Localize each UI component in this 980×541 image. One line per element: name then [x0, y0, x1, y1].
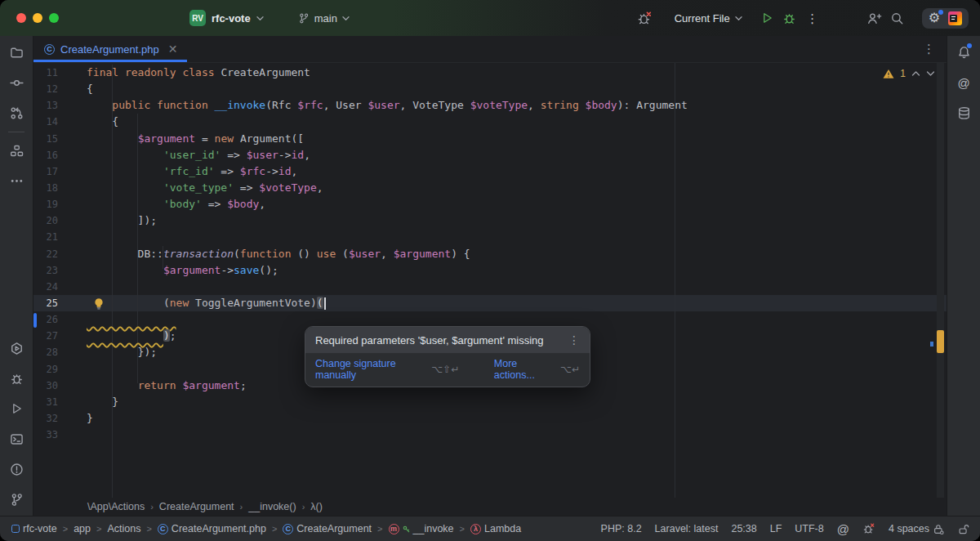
- code-line[interactable]: 32}: [33, 410, 947, 427]
- previous-problem-icon[interactable]: [911, 70, 920, 77]
- line-number[interactable]: 30: [33, 378, 87, 394]
- search-everywhere-icon[interactable]: [886, 7, 909, 29]
- line-number[interactable]: 26: [33, 311, 87, 328]
- breadcrumb-item[interactable]: \App\Actions: [87, 501, 145, 512]
- status-path-item[interactable]: m__invoke: [389, 523, 454, 534]
- line-number[interactable]: 16: [33, 147, 87, 163]
- line-number[interactable]: 18: [33, 180, 87, 196]
- run-configuration-selector[interactable]: Current File: [675, 12, 742, 25]
- branch-widget[interactable]: main: [298, 12, 350, 25]
- code-line[interactable]: 33: [33, 427, 947, 443]
- line-number[interactable]: 24: [33, 279, 87, 295]
- annotations-icon[interactable]: @: [837, 522, 849, 536]
- code-line[interactable]: 20 ]);: [33, 212, 947, 229]
- next-problem-icon[interactable]: [926, 70, 935, 77]
- debug-button[interactable]: [778, 7, 801, 29]
- line-number[interactable]: 27: [33, 328, 87, 344]
- code-line[interactable]: 22 DB::transaction(function () use ($use…: [33, 246, 947, 262]
- file-unlocked-icon[interactable]: [958, 523, 970, 535]
- line-number[interactable]: 32: [33, 410, 87, 427]
- tooltip-options-kebab[interactable]: ⋮: [562, 333, 580, 347]
- run-tool-icon[interactable]: [5, 397, 28, 420]
- line-number[interactable]: 21: [33, 229, 87, 245]
- line-number[interactable]: 22: [33, 246, 87, 262]
- caret-position-widget[interactable]: 25:38: [731, 523, 756, 534]
- line-number[interactable]: 19: [33, 196, 87, 212]
- line-number[interactable]: 25: [33, 295, 87, 311]
- status-path-item[interactable]: rfc-vote: [11, 523, 57, 534]
- php-version-widget[interactable]: PHP: 8.2: [601, 523, 642, 534]
- line-number[interactable]: 33: [33, 427, 87, 443]
- zoom-window-button[interactable]: [49, 13, 59, 23]
- code-line[interactable]: 25 (new ToggleArgumentVote)(: [33, 295, 947, 311]
- change-signature-action[interactable]: Change signature manually: [315, 358, 423, 381]
- pull-requests-tool-icon[interactable]: [5, 101, 28, 124]
- tab-createargument-php[interactable]: C CreateArgument.php ✕: [33, 36, 187, 62]
- ai-assistant-icon[interactable]: @: [952, 71, 975, 94]
- code-line[interactable]: 23 $argument->save();: [33, 262, 947, 279]
- intention-bulb-icon[interactable]: [93, 297, 105, 313]
- services-tool-icon[interactable]: [5, 337, 28, 360]
- code-line[interactable]: 24: [33, 279, 947, 295]
- code-line[interactable]: 16 'user_id' => $user->id,: [33, 147, 947, 163]
- version-control-tool-icon[interactable]: [5, 488, 28, 511]
- phpstorm-logo-icon[interactable]: [948, 11, 962, 25]
- status-path-item[interactable]: λLambda: [470, 523, 521, 534]
- vcs-change-marker[interactable]: [33, 313, 37, 328]
- close-tab-icon[interactable]: ✕: [168, 42, 178, 56]
- debug-tool-icon[interactable]: [5, 367, 28, 390]
- scrollbar-change-marker[interactable]: [930, 342, 933, 347]
- code-editor[interactable]: 11final readonly class CreateArgument12{…: [33, 63, 947, 498]
- project-widget[interactable]: RV rfc-vote: [189, 10, 264, 26]
- code-line[interactable]: 14 {: [33, 114, 947, 130]
- line-number[interactable]: 17: [33, 163, 87, 180]
- line-number[interactable]: 28: [33, 344, 87, 360]
- code-line[interactable]: 17 'rfc_id' => $rfc->id,: [33, 163, 947, 180]
- terminal-tool-icon[interactable]: [5, 427, 28, 450]
- line-number[interactable]: 29: [33, 361, 87, 378]
- line-number[interactable]: 14: [33, 114, 87, 130]
- line-number[interactable]: 15: [33, 131, 87, 147]
- status-path-item[interactable]: Actions: [107, 523, 140, 534]
- no-debugger-status-icon[interactable]: [862, 522, 875, 535]
- code-with-me-icon[interactable]: [863, 7, 886, 29]
- tab-options-kebab[interactable]: ⋮: [923, 42, 935, 56]
- code-line[interactable]: 11final readonly class CreateArgument: [33, 65, 947, 81]
- project-tool-icon[interactable]: [5, 41, 28, 64]
- breadcrumb-item[interactable]: __invoke(): [248, 501, 296, 512]
- indent-widget[interactable]: 4 spaces: [889, 523, 945, 535]
- close-window-button[interactable]: [16, 13, 26, 23]
- structure-tool-icon[interactable]: [5, 139, 28, 162]
- line-separator-widget[interactable]: LF: [770, 523, 782, 534]
- no-debugger-icon[interactable]: [634, 7, 657, 29]
- status-path-item[interactable]: CCreateArgument: [283, 523, 372, 534]
- editor-scrollbar[interactable]: [937, 63, 944, 498]
- line-number[interactable]: 12: [33, 81, 87, 97]
- code-line[interactable]: 15 $argument = new Argument([: [33, 131, 947, 147]
- inspections-widget[interactable]: 1: [883, 68, 935, 79]
- line-number[interactable]: 31: [33, 394, 87, 410]
- more-tool-windows-icon[interactable]: [5, 169, 28, 192]
- notifications-bell-icon[interactable]: [952, 41, 975, 64]
- commit-tool-icon[interactable]: [5, 71, 28, 94]
- line-number[interactable]: 13: [33, 97, 87, 114]
- code-line[interactable]: 19 'body' => $body,: [33, 196, 947, 212]
- code-line[interactable]: 13 public function __invoke(Rfc $rfc, Us…: [33, 97, 947, 114]
- laravel-version-widget[interactable]: Laravel: latest: [655, 523, 719, 534]
- database-tool-icon[interactable]: [952, 101, 975, 124]
- line-number[interactable]: 23: [33, 262, 87, 279]
- code-line[interactable]: 21: [33, 229, 947, 245]
- status-path-item[interactable]: CCreateArgument.php: [158, 523, 266, 534]
- problems-tool-icon[interactable]: [5, 458, 28, 481]
- line-number[interactable]: 20: [33, 212, 87, 229]
- scrollbar-warning-marker[interactable]: [937, 330, 944, 353]
- breadcrumb-item[interactable]: CreateArgument: [159, 501, 234, 512]
- status-path-item[interactable]: app: [74, 523, 91, 534]
- breadcrumb-item[interactable]: λ(): [310, 501, 323, 512]
- encoding-widget[interactable]: UTF-8: [795, 523, 823, 534]
- code-line[interactable]: 12{: [33, 81, 947, 97]
- code-line[interactable]: 18 'vote_type' => $voteType,: [33, 180, 947, 196]
- more-actions-kebab[interactable]: ⋮: [801, 7, 824, 29]
- code-line[interactable]: 31 }: [33, 394, 947, 410]
- minimize-window-button[interactable]: [33, 13, 42, 23]
